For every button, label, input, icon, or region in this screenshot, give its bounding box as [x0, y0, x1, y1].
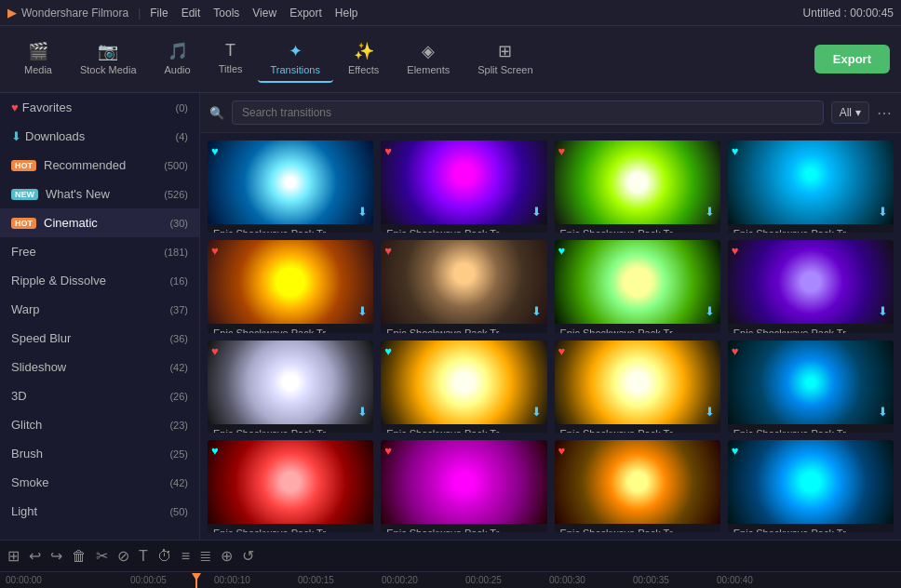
effects-icon: ✨	[354, 41, 374, 61]
menu-export[interactable]: Export	[289, 7, 322, 20]
sidebar-item-cinematic[interactable]: HOTCinematic(30)	[0, 208, 199, 237]
favorite-icon-9: ♥	[384, 344, 392, 358]
toolbar-item-stock[interactable]: 📷Stock Media	[67, 35, 150, 83]
favorite-icon-8: ♥	[211, 344, 219, 358]
sidebar-item-speed-blur[interactable]: Speed Blur(36)	[0, 324, 199, 353]
menu-view[interactable]: View	[252, 7, 276, 20]
toolbar-item-media[interactable]: 🎬Media	[11, 35, 65, 83]
delete-icon[interactable]: 🗑	[72, 548, 87, 565]
favorite-icon-14: ♥	[558, 444, 566, 458]
grid-label-11: Epic Shockwave Pack Tr...	[728, 424, 894, 433]
grid-item-9[interactable]: ♥ ⬇ Epic Shockwave Pack Tr...	[381, 341, 546, 433]
grid-thumb-5: ♥ ⬇	[381, 240, 546, 324]
menu-file[interactable]: File	[150, 7, 168, 20]
grid-thumb-3: ♥ ⬇	[728, 140, 894, 224]
timeline-tools: ⊞↩↪🗑✂⊘T⏱≡≣⊕↺	[0, 541, 901, 572]
toolbar-item-elements[interactable]: ◈Elements	[394, 35, 463, 83]
toggle-icon[interactable]: ⊞	[7, 547, 20, 565]
add-icon[interactable]: ⊕	[221, 547, 233, 565]
media-icon: 🎬	[28, 41, 48, 61]
grid-item-14[interactable]: ♥ Epic Shockwave Pack Tr...	[555, 440, 720, 532]
disable-icon[interactable]: ⊘	[117, 547, 129, 565]
grid-item-11[interactable]: ♥ ⬇ Epic Shockwave Pack Tr...	[728, 341, 894, 433]
toolbar-item-split[interactable]: ⊞Split Screen	[464, 35, 545, 83]
grid-item-1[interactable]: ♥ ⬇ Epic Shockwave Pack Tr...	[381, 140, 546, 233]
sidebar-count-favorites: (0)	[176, 102, 188, 114]
sidebar-count-3d: (26)	[169, 391, 188, 402]
grid-item-10[interactable]: ♥ ⬇ Epic Shockwave Pack Tr...	[555, 341, 720, 433]
sidebar-item-warp[interactable]: Warp(37)	[0, 295, 199, 324]
audio-icon: 🎵	[168, 41, 188, 61]
favorite-icon-13: ♥	[384, 444, 392, 458]
grid-label-1: Epic Shockwave Pack Tr...	[381, 224, 546, 233]
grid-thumb-11: ♥ ⬇	[728, 341, 894, 424]
grid-label-6: Epic Shockwave Pack Tr...	[555, 324, 720, 332]
grid-thumb-13: ♥	[381, 440, 546, 524]
grid-item-12[interactable]: ♥ Epic Shockwave Pack Tr...	[208, 440, 373, 532]
sidebar-item-glitch[interactable]: Glitch(23)	[0, 410, 199, 439]
toolbar-item-transitions[interactable]: ✦Transitions	[258, 35, 333, 83]
timer-icon[interactable]: ⏱	[157, 548, 172, 565]
sidebar-item-3d[interactable]: 3D(26)	[0, 381, 199, 410]
sidebar-item-light[interactable]: Light(50)	[0, 497, 199, 526]
search-input[interactable]	[232, 100, 824, 125]
grid-item-8[interactable]: ♥ ⬇ Epic Shockwave Pack Tr...	[208, 341, 373, 433]
menu-help[interactable]: Help	[335, 7, 358, 20]
sidebar-label-favorites: ♥Favorites	[11, 100, 72, 114]
download-icon-downloads: ⬇	[11, 129, 21, 143]
grid-item-15[interactable]: ♥ Epic Shockwave Pack Tr...	[728, 440, 894, 532]
grid-label-3: Epic Shockwave Pack Tr...	[728, 224, 894, 233]
grid-view-icon[interactable]: ⋯	[877, 104, 892, 122]
sidebar-label-recommended: HOTRecommended	[11, 158, 126, 172]
topbar-menus: FileEditToolsViewExportHelp	[150, 7, 357, 20]
sidebar-item-free[interactable]: Free(181)	[0, 237, 199, 266]
sidebar-count-downloads: (4)	[176, 131, 188, 142]
sidebar-label-smoke: Smoke	[11, 475, 48, 489]
text-icon[interactable]: T	[139, 548, 148, 565]
export-button[interactable]: Export	[814, 45, 890, 74]
sidebar-item-favorites[interactable]: ♥Favorites(0)	[0, 93, 199, 122]
favorite-icon-0: ♥	[211, 144, 219, 158]
sidebar-item-smoke[interactable]: Smoke(42)	[0, 468, 199, 497]
sidebar-label-slideshow: Slideshow	[11, 360, 66, 374]
sidebar-item-recommended[interactable]: HOTRecommended(500)	[0, 151, 199, 180]
sidebar-count-warp: (37)	[169, 304, 188, 315]
sidebar-count-light: (50)	[169, 506, 188, 517]
sidebar-item-slideshow[interactable]: Slideshow(42)	[0, 353, 199, 381]
grid-item-7[interactable]: ♥ ⬇ Epic Shockwave Pack Tr...	[728, 240, 894, 332]
sidebar-label-warp: Warp	[11, 302, 40, 316]
grid-thumb-1: ♥ ⬇	[381, 140, 546, 224]
grid-item-4[interactable]: ♥ ⬇ Epic Shockwave Pack Tr...	[208, 240, 373, 332]
grid-item-6[interactable]: ♥ ⬇ Epic Shockwave Pack Tr...	[555, 240, 720, 332]
grid-thumb-6: ♥ ⬇	[555, 240, 720, 324]
undo-icon[interactable]: ↩	[29, 547, 41, 565]
toolbar-item-effects[interactable]: ✨Effects	[335, 35, 392, 83]
transitions-grid: ♥ ⬇ Epic Shockwave Pack Tr... ♥ ⬇ Epic S…	[200, 133, 901, 540]
search-icon: 🔍	[209, 106, 224, 120]
grid-item-2[interactable]: ♥ ⬇ Epic Shockwave Pack Tr...	[555, 140, 720, 233]
toolbar-item-titles[interactable]: TTitles	[206, 35, 256, 83]
filter-dropdown[interactable]: All ▾	[831, 101, 869, 124]
timeline-cursor[interactable]	[195, 573, 197, 588]
reverse-icon[interactable]: ↺	[242, 547, 254, 565]
timeline-ruler: 00:00:00 00:00:0500:00:1000:00:1500:00:2…	[0, 572, 901, 588]
favorite-icon-10: ♥	[558, 344, 566, 358]
menu-tools[interactable]: Tools	[213, 7, 239, 20]
topbar-left: ▶ Wondershare Filmora | FileEditToolsVie…	[7, 7, 358, 20]
toolbar-item-audio[interactable]: 🎵Audio	[152, 35, 204, 83]
grid-item-13[interactable]: ♥ Epic Shockwave Pack Tr...	[381, 440, 546, 532]
redo-icon[interactable]: ↪	[50, 547, 62, 565]
audio-icon[interactable]: ≣	[199, 547, 211, 565]
grid-item-3[interactable]: ♥ ⬇ Epic Shockwave Pack Tr...	[728, 140, 894, 233]
menu-edit[interactable]: Edit	[182, 7, 201, 20]
sidebar-item-downloads[interactable]: ⬇Downloads(4)	[0, 122, 199, 151]
grid-thumb-0: ♥ ⬇	[208, 140, 373, 224]
grid-item-0[interactable]: ♥ ⬇ Epic Shockwave Pack Tr...	[208, 140, 373, 233]
cut-icon[interactable]: ✂	[96, 547, 108, 565]
adjust-icon[interactable]: ≡	[182, 548, 190, 565]
sidebar-item-whats-new[interactable]: NEWWhat's New(526)	[0, 180, 199, 208]
sidebar-item-ripple[interactable]: Ripple & Dissolve(16)	[0, 266, 199, 295]
sidebar-item-brush[interactable]: Brush(25)	[0, 439, 199, 468]
search-bar: 🔍 All ▾ ⋯	[200, 93, 901, 133]
grid-item-5[interactable]: ♥ ⬇ Epic Shockwave Pack Tr...	[381, 240, 546, 332]
